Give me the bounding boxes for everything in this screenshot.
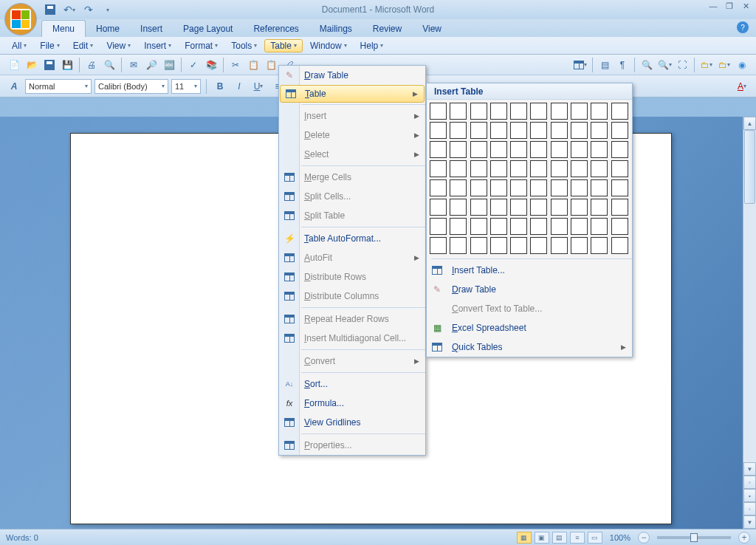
table-grid-cell[interactable] bbox=[591, 122, 608, 139]
table-grid-cell[interactable] bbox=[551, 160, 568, 177]
table-grid-cell[interactable] bbox=[591, 199, 608, 216]
table-grid-cell[interactable] bbox=[470, 199, 487, 216]
table-grid-cell[interactable] bbox=[470, 141, 487, 158]
table-grid-cell[interactable] bbox=[510, 237, 527, 254]
table-grid-cell[interactable] bbox=[470, 179, 487, 196]
undo-icon[interactable]: ↶▾ bbox=[62, 2, 77, 17]
table-grid-cell[interactable] bbox=[430, 199, 447, 216]
underline-button[interactable]: U▾ bbox=[250, 78, 267, 95]
table-grid-cell[interactable] bbox=[510, 141, 527, 158]
color-icon[interactable]: 🗀▾ bbox=[716, 57, 732, 73]
table-grid-cell[interactable] bbox=[490, 199, 507, 216]
help-icon[interactable]: ? bbox=[737, 21, 749, 33]
menu-edit[interactable]: Edit▾ bbox=[67, 39, 100, 52]
table-grid-cell[interactable] bbox=[571, 237, 588, 254]
submenu-item-quick-tables[interactable]: Quick Tables▶ bbox=[427, 337, 632, 357]
table-grid-cell[interactable] bbox=[430, 103, 447, 120]
table-grid-cell[interactable] bbox=[530, 141, 547, 158]
table-grid-cell[interactable] bbox=[571, 103, 588, 120]
font-color-button[interactable]: A▾ bbox=[734, 78, 750, 95]
office-button[interactable] bbox=[4, 3, 37, 35]
replace-icon[interactable]: 🔤 bbox=[161, 57, 177, 73]
menu-item-view-gridlines[interactable]: View Gridlines bbox=[279, 413, 425, 432]
submenu-item-excel-spreadsheet[interactable]: ▦Excel Spreadsheet bbox=[427, 318, 632, 337]
table-grid-cell[interactable] bbox=[430, 179, 447, 196]
table-grid-cell[interactable] bbox=[450, 218, 467, 235]
scroll-up-arrow[interactable]: ▲ bbox=[743, 117, 756, 130]
table-grid-cell[interactable] bbox=[510, 179, 527, 196]
menu-item-sort-[interactable]: A↓Sort... bbox=[279, 374, 425, 394]
ribbon-tab-references[interactable]: References bbox=[243, 21, 309, 37]
style-format-icon[interactable]: A bbox=[6, 78, 22, 95]
table-grid-cell[interactable] bbox=[490, 103, 507, 120]
browse-select-icon[interactable]: • bbox=[743, 489, 756, 502]
table-grid-cell[interactable] bbox=[530, 218, 547, 235]
fill-icon[interactable]: 🗀▾ bbox=[698, 57, 715, 73]
bold-button[interactable]: B bbox=[212, 78, 228, 95]
table-grid-cell[interactable] bbox=[611, 103, 628, 120]
menu-tools[interactable]: Tools▾ bbox=[225, 39, 263, 52]
table-grid-cell[interactable] bbox=[551, 122, 568, 139]
open-icon[interactable]: 📂 bbox=[24, 57, 40, 73]
zoom-in-button[interactable]: + bbox=[738, 532, 750, 544]
menu-file[interactable]: File▾ bbox=[34, 39, 65, 52]
table-grid-cell[interactable] bbox=[490, 160, 507, 177]
paste-icon[interactable]: 📋 bbox=[263, 57, 279, 73]
menu-format[interactable]: Format▾ bbox=[179, 39, 224, 52]
paragraph-icon[interactable]: ¶ bbox=[614, 57, 630, 73]
spellcheck-icon[interactable]: ✓ bbox=[185, 57, 202, 73]
web-layout-view-button[interactable]: ▤ bbox=[552, 532, 567, 544]
table-grid-cell[interactable] bbox=[430, 218, 447, 235]
font-size-combo[interactable]: 11▾ bbox=[171, 79, 201, 94]
table-grid-cell[interactable] bbox=[510, 103, 527, 120]
outline-view-button[interactable]: ≡ bbox=[570, 532, 585, 544]
ribbon-tab-page-layout[interactable]: Page Layout bbox=[173, 21, 243, 37]
search-icon[interactable]: 🔎 bbox=[143, 57, 159, 73]
table-grid-cell[interactable] bbox=[611, 160, 628, 177]
table-grid-cell[interactable] bbox=[551, 103, 568, 120]
font-combo[interactable]: Calibri (Body)▾ bbox=[94, 79, 168, 94]
ribbon-tab-review[interactable]: Review bbox=[362, 21, 412, 37]
submenu-item-draw-table[interactable]: ✎Draw Table bbox=[427, 280, 632, 299]
menu-insert[interactable]: Insert▾ bbox=[138, 39, 177, 52]
save-icon[interactable] bbox=[43, 2, 58, 17]
table-grid-cell[interactable] bbox=[551, 141, 568, 158]
submenu-item-insert-table-[interactable]: Insert Table... bbox=[427, 261, 632, 280]
table-grid-cell[interactable] bbox=[551, 237, 568, 254]
fullscreen-icon[interactable]: ⛶ bbox=[674, 57, 690, 73]
zoom-out-button[interactable]: − bbox=[638, 532, 650, 544]
table-grid-cell[interactable] bbox=[611, 237, 628, 254]
table-grid-cell[interactable] bbox=[591, 237, 608, 254]
table-grid-cell[interactable] bbox=[510, 160, 527, 177]
table-grid-cell[interactable] bbox=[530, 103, 547, 120]
fullscreen-reading-view-button[interactable]: ▣ bbox=[535, 532, 549, 544]
table-size-grid[interactable] bbox=[427, 100, 632, 257]
print-icon[interactable]: 🖨 bbox=[83, 57, 100, 73]
zoom-dropdown-icon[interactable]: 🔍▾ bbox=[656, 57, 673, 73]
research-icon[interactable]: 📚 bbox=[203, 57, 219, 73]
columns-icon[interactable]: ▤ bbox=[597, 57, 613, 73]
save-icon[interactable] bbox=[41, 57, 58, 73]
table-grid-cell[interactable] bbox=[611, 141, 628, 158]
menu-all[interactable]: All▾ bbox=[6, 39, 32, 52]
zoom-slider[interactable] bbox=[657, 536, 731, 539]
ribbon-tab-menu[interactable]: Menu bbox=[41, 20, 86, 37]
ribbon-tab-insert[interactable]: Insert bbox=[130, 21, 173, 37]
table-grid-cell[interactable] bbox=[490, 179, 507, 196]
table-grid-cell[interactable] bbox=[450, 160, 467, 177]
table-grid-cell[interactable] bbox=[591, 141, 608, 158]
menu-item-table-autoformat-[interactable]: ⚡Table AutoFormat... bbox=[279, 229, 425, 248]
table-grid-cell[interactable] bbox=[591, 160, 608, 177]
word-count[interactable]: Words: 0 bbox=[6, 533, 38, 542]
ribbon-tab-mailings[interactable]: Mailings bbox=[309, 21, 362, 37]
table-grid-cell[interactable] bbox=[551, 199, 568, 216]
minimize-button[interactable]: — bbox=[707, 1, 719, 11]
table-grid-cell[interactable] bbox=[571, 199, 588, 216]
table-grid-cell[interactable] bbox=[611, 218, 628, 235]
table-grid-cell[interactable] bbox=[530, 179, 547, 196]
table-grid-cell[interactable] bbox=[530, 237, 547, 254]
scroll-thumb[interactable] bbox=[744, 130, 755, 204]
table-grid-cell[interactable] bbox=[450, 122, 467, 139]
table-grid-cell[interactable] bbox=[571, 122, 588, 139]
table-grid-cell[interactable] bbox=[490, 237, 507, 254]
